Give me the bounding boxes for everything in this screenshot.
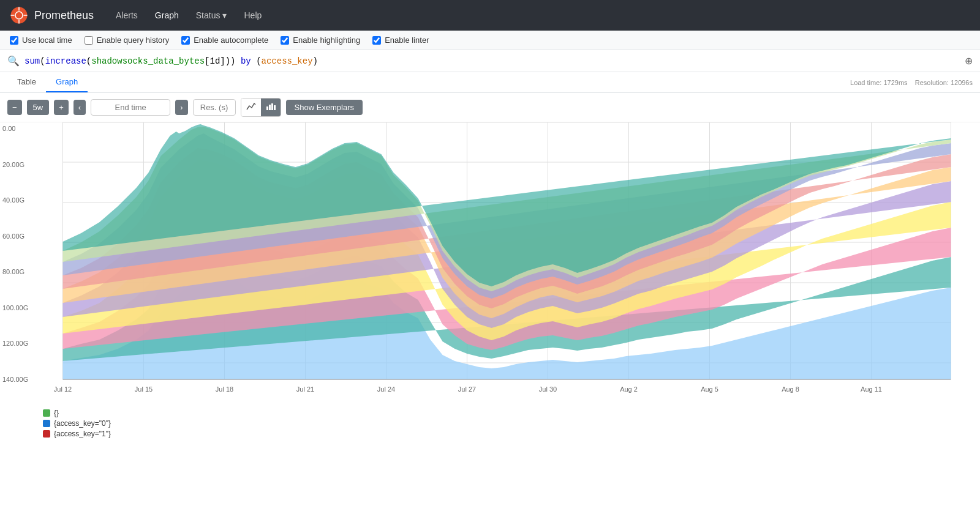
- end-time-input[interactable]: [91, 99, 170, 116]
- option-use-local-time-label: Use local time: [22, 35, 72, 45]
- legend-item-2[interactable]: {access_key="1"}: [43, 430, 970, 438]
- query-metric: shadowsocks_data_bytes: [91, 56, 205, 66]
- show-exemplars-button[interactable]: Show Exemplars: [286, 100, 363, 115]
- y-label-1: 20.00G: [2, 161, 35, 168]
- nav-alerts[interactable]: Alerts: [108, 7, 145, 24]
- query-func-increase: increase: [45, 56, 86, 66]
- brand: Prometheus: [10, 6, 94, 24]
- query-func-sum: sum: [24, 56, 40, 66]
- y-label-4: 80.00G: [2, 268, 35, 275]
- search-bar: 🔍 sum(increase(shadowsocks_data_bytes[1d…: [0, 50, 980, 72]
- checkbox-use-local-time[interactable]: [10, 36, 18, 45]
- x-label-aug5: Aug 5: [701, 386, 718, 393]
- legend-color-2: [43, 430, 50, 438]
- x-label-jul12: Jul 12: [54, 386, 72, 393]
- chart-type-buttons: [241, 98, 281, 117]
- legend-color-0: [43, 409, 50, 417]
- navbar: Prometheus Alerts Graph Status ▾ Help: [0, 0, 980, 31]
- y-label-6: 120.00G: [2, 340, 35, 347]
- y-label-7: 140.00G: [2, 376, 35, 383]
- chart-area: Jul 12 Jul 15 Jul 18 Jul 21 Jul 24 Jul 2…: [40, 122, 974, 404]
- svg-rect-9: [274, 105, 276, 110]
- legend-color-1: [43, 420, 50, 427]
- time-back-button[interactable]: ‹: [74, 100, 86, 115]
- tab-graph[interactable]: Graph: [46, 72, 88, 92]
- time-forward-button[interactable]: ›: [175, 100, 187, 115]
- execute-icon[interactable]: ⊕: [965, 55, 973, 67]
- duration-decrease-button[interactable]: −: [7, 100, 22, 115]
- option-enable-highlighting-label: Enable highlighting: [293, 35, 360, 45]
- checkbox-enable-highlighting[interactable]: [281, 36, 289, 45]
- checkbox-enable-autocomplete[interactable]: [181, 36, 190, 45]
- resolution: Resolution: 12096s: [915, 79, 973, 86]
- resolution-input[interactable]: [193, 99, 236, 116]
- legend-item-0[interactable]: {}: [43, 409, 970, 417]
- legend-label-1: {access_key="0"}: [54, 419, 111, 428]
- duration-value: 5w: [27, 100, 50, 115]
- nav-links: Alerts Graph Status ▾ Help: [108, 7, 269, 24]
- option-enable-linter-label: Enable linter: [385, 35, 429, 45]
- option-use-local-time[interactable]: Use local time: [10, 35, 72, 45]
- x-label-aug11: Aug 11: [861, 386, 882, 393]
- tabs: Table Graph: [7, 72, 88, 92]
- load-time: Load time: 1729ms: [850, 79, 908, 86]
- query-input[interactable]: sum(increase(shadowsocks_data_bytes[1d])…: [24, 56, 960, 66]
- x-label-jul30: Jul 30: [539, 386, 557, 393]
- app-title: Prometheus: [34, 9, 94, 22]
- x-label-jul18: Jul 18: [216, 386, 233, 393]
- tab-info: Load time: 1729ms Resolution: 12096s: [850, 79, 973, 86]
- search-icon: 🔍: [7, 55, 20, 67]
- tabs-row: Table Graph Load time: 1729ms Resolution…: [0, 72, 980, 93]
- legend-label-0: {}: [54, 409, 59, 417]
- stacked-chart-button[interactable]: [261, 99, 281, 116]
- option-enable-query-history-label: Enable query history: [97, 35, 170, 45]
- y-label-5: 100.00G: [2, 304, 35, 311]
- x-label-jul27: Jul 27: [458, 386, 476, 393]
- svg-rect-8: [271, 103, 273, 110]
- query-range: 1d: [210, 56, 221, 66]
- duration-increase-button[interactable]: +: [54, 100, 69, 115]
- controls-row: − 5w + ‹ › Show Exemplars: [0, 93, 980, 122]
- x-label-jul21: Jul 21: [296, 386, 314, 393]
- legend-item-1[interactable]: {access_key="0"}: [43, 419, 970, 428]
- checkbox-enable-query-history[interactable]: [85, 36, 93, 45]
- svg-rect-6: [266, 106, 268, 110]
- nav-status-label: Status: [196, 10, 221, 20]
- option-enable-highlighting[interactable]: Enable highlighting: [281, 35, 360, 45]
- option-enable-query-history[interactable]: Enable query history: [85, 35, 170, 45]
- nav-status-arrow: ▾: [222, 10, 227, 20]
- x-label-aug2: Aug 2: [620, 386, 638, 393]
- line-chart-button[interactable]: [241, 99, 261, 116]
- query-label: access_key: [262, 56, 313, 66]
- chart-wrap: 140.00G 120.00G 100.00G 80.00G 60.00G 40…: [0, 122, 980, 404]
- y-axis: 140.00G 120.00G 100.00G 80.00G 60.00G 40…: [0, 122, 40, 386]
- x-label-aug8: Aug 8: [782, 386, 799, 393]
- query-display: sum(increase(shadowsocks_data_bytes[1d])…: [24, 56, 318, 66]
- stacked-chart-icon: [266, 102, 276, 111]
- svg-rect-7: [269, 105, 271, 110]
- legend: {} {access_key="0"} {access_key="1"}: [0, 404, 980, 443]
- option-enable-linter[interactable]: Enable linter: [372, 35, 429, 45]
- prometheus-logo: [10, 6, 28, 24]
- x-label-jul15: Jul 15: [135, 386, 153, 393]
- query-by: by: [241, 56, 251, 66]
- nav-help[interactable]: Help: [236, 7, 269, 24]
- x-label-jul24: Jul 24: [377, 386, 395, 393]
- chart-svg: Jul 12 Jul 15 Jul 18 Jul 21 Jul 24 Jul 2…: [40, 122, 974, 404]
- line-chart-icon: [246, 102, 256, 111]
- option-enable-autocomplete-label: Enable autocomplete: [194, 35, 268, 45]
- nav-status[interactable]: Status ▾: [189, 7, 235, 24]
- y-label-0: 0.00: [2, 125, 35, 132]
- option-enable-autocomplete[interactable]: Enable autocomplete: [181, 35, 268, 45]
- y-label-2: 40.00G: [2, 196, 35, 204]
- options-bar: Use local time Enable query history Enab…: [0, 31, 980, 50]
- legend-label-2: {access_key="1"}: [54, 430, 111, 438]
- tab-table[interactable]: Table: [7, 72, 46, 92]
- checkbox-enable-linter[interactable]: [372, 36, 381, 45]
- nav-graph[interactable]: Graph: [148, 7, 186, 24]
- chart-container: 140.00G 120.00G 100.00G 80.00G 60.00G 40…: [0, 122, 980, 404]
- y-label-3: 60.00G: [2, 233, 35, 240]
